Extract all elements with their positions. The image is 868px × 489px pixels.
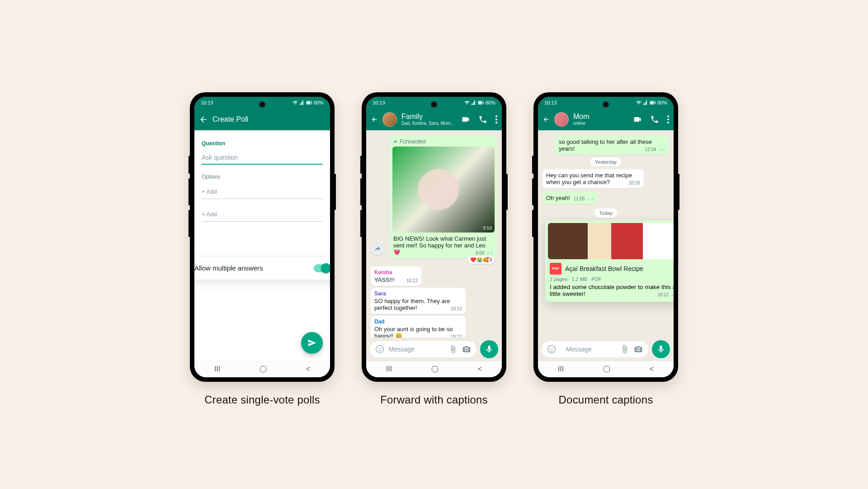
recents-icon[interactable]: III xyxy=(386,365,392,373)
svg-rect-1 xyxy=(307,101,310,104)
question-input[interactable] xyxy=(202,151,323,165)
audio-call-icon[interactable] xyxy=(478,115,487,124)
contact-avatar[interactable] xyxy=(554,112,569,127)
pdf-icon: PDF xyxy=(550,263,561,275)
sender-name: Sara xyxy=(374,290,462,297)
mic-button[interactable] xyxy=(652,340,670,358)
forward-button[interactable] xyxy=(371,242,384,256)
message-input[interactable]: Message xyxy=(542,341,648,357)
toggle-label: Allow multiple answers xyxy=(194,264,263,272)
in-msg[interactable]: Hey can you send me that recipe when you… xyxy=(542,169,644,188)
incoming-message[interactable]: SaraSO happy for them. They are perfect … xyxy=(371,288,466,314)
doc-meta: 2 pages · 1.2 MB · PDF xyxy=(548,276,674,284)
doc-caption: I added some chocolate powder to make th… xyxy=(548,284,674,299)
status-bar: 10:13 80% xyxy=(194,97,330,109)
back-nav-icon[interactable]: < xyxy=(306,365,310,373)
back-icon[interactable] xyxy=(199,115,208,124)
more-icon[interactable] xyxy=(667,115,669,124)
recents-icon[interactable]: III xyxy=(558,365,564,373)
status-time: 10:13 xyxy=(201,100,213,105)
camera-icon[interactable] xyxy=(634,345,643,354)
signal-icon xyxy=(643,100,648,105)
group-avatar[interactable] xyxy=(382,112,397,127)
svg-point-15 xyxy=(667,115,669,117)
svg-point-18 xyxy=(548,345,556,353)
attach-icon[interactable] xyxy=(448,345,458,354)
attach-icon[interactable] xyxy=(620,345,629,354)
chat-status: online xyxy=(573,121,590,126)
app-bar: Create Poll xyxy=(194,109,330,130)
status-battery: 80% xyxy=(486,100,495,105)
phone-frame: 10:13 80% Family Dad, Keisha, Sara, Mom.… xyxy=(362,92,506,382)
android-nav: III < xyxy=(538,361,674,377)
battery-icon xyxy=(306,100,312,105)
phone-frame: 10:13 80% Mom online xyxy=(533,92,678,382)
status-battery: 80% xyxy=(657,100,667,105)
android-nav: III < xyxy=(366,361,502,377)
phone-document: 10:13 80% Mom online xyxy=(533,92,678,406)
more-icon[interactable] xyxy=(495,115,497,124)
svg-point-6 xyxy=(495,115,497,117)
date-yesterday: Yesterday xyxy=(590,157,622,166)
svg-point-16 xyxy=(667,119,669,120)
chat-header-text[interactable]: Family Dad, Keisha, Sara, Mom... xyxy=(401,113,454,126)
app-bar: Family Dad, Keisha, Sara, Mom... xyxy=(366,109,502,130)
send-fab[interactable] xyxy=(301,332,323,354)
back-nav-icon[interactable]: < xyxy=(650,365,654,373)
audio-call-icon[interactable] xyxy=(650,115,659,124)
svg-point-8 xyxy=(495,122,497,123)
caption-time: 9:59 ✓✓ xyxy=(476,251,494,256)
forward-arrow-icon xyxy=(374,245,381,252)
poll-content: Question Options + Add + Add Allow multi… xyxy=(194,130,330,361)
input-bar: Message xyxy=(366,337,502,361)
home-icon[interactable] xyxy=(432,366,438,372)
back-nav-icon[interactable]: < xyxy=(478,365,482,373)
back-icon[interactable] xyxy=(542,115,550,124)
reactions-badge[interactable]: ❤️😭🥰3 xyxy=(467,256,495,264)
msg-time: 10:12 xyxy=(451,334,462,337)
battery-icon xyxy=(650,100,656,105)
signal-icon xyxy=(299,100,305,105)
chat-content[interactable]: so good talking to her after all these y… xyxy=(538,130,674,337)
multi-answer-card: Allow multiple answers xyxy=(194,257,330,280)
incoming-message[interactable]: DadOh your aunt is going to be so happy!… xyxy=(371,316,466,337)
multi-answer-toggle[interactable] xyxy=(314,264,330,272)
recents-icon[interactable]: III xyxy=(214,365,220,373)
incoming-message[interactable]: KeishaYASS!!!10:12 xyxy=(371,266,421,286)
forwarded-message[interactable]: Forwarded 9:59 BIG NEWS! Look what Carme… xyxy=(390,136,497,258)
home-icon[interactable] xyxy=(604,366,610,372)
status-time: 10:13 xyxy=(544,100,557,105)
video-call-icon[interactable] xyxy=(633,115,642,124)
question-label: Question xyxy=(202,140,323,147)
svg-point-9 xyxy=(376,345,384,353)
msg-text: YASS!!! xyxy=(374,276,395,283)
back-icon[interactable] xyxy=(371,115,378,124)
status-bar: 10:13 80% xyxy=(538,97,674,109)
status-battery: 80% xyxy=(314,100,324,105)
option-add-1[interactable]: + Add xyxy=(202,185,323,199)
svg-rect-5 xyxy=(483,102,484,104)
chat-content[interactable]: Forwarded 9:59 BIG NEWS! Look what Carme… xyxy=(366,130,502,337)
out-msg-oh[interactable]: Oh yeah! 11:05 ✓✓ xyxy=(542,192,598,204)
mic-button[interactable] xyxy=(480,340,498,358)
phone-forward: 10:13 80% Family Dad, Keisha, Sara, Mom.… xyxy=(362,92,506,406)
document-message[interactable]: PDF Açaí Breakfast Bowl Recipe 2 pages ·… xyxy=(545,220,674,302)
send-icon xyxy=(307,338,316,347)
emoji-icon[interactable] xyxy=(547,345,556,354)
out-msg-top[interactable]: so good talking to her after all these y… xyxy=(555,136,669,155)
message-input[interactable]: Message xyxy=(370,341,476,357)
svg-point-7 xyxy=(495,119,497,120)
svg-point-19 xyxy=(550,348,551,349)
video-call-icon[interactable] xyxy=(461,115,470,124)
svg-rect-13 xyxy=(650,101,654,104)
svg-point-20 xyxy=(552,348,553,349)
input-placeholder: Message xyxy=(566,346,592,353)
home-icon[interactable] xyxy=(260,366,266,372)
svg-rect-14 xyxy=(655,102,656,104)
caption-poll: Create single-vote polls xyxy=(204,394,320,406)
chat-header-text[interactable]: Mom online xyxy=(573,113,590,126)
forwarded-image[interactable]: 9:59 xyxy=(392,147,495,233)
emoji-icon[interactable] xyxy=(375,345,384,354)
option-add-2[interactable]: + Add xyxy=(202,207,323,222)
camera-icon[interactable] xyxy=(462,345,471,354)
